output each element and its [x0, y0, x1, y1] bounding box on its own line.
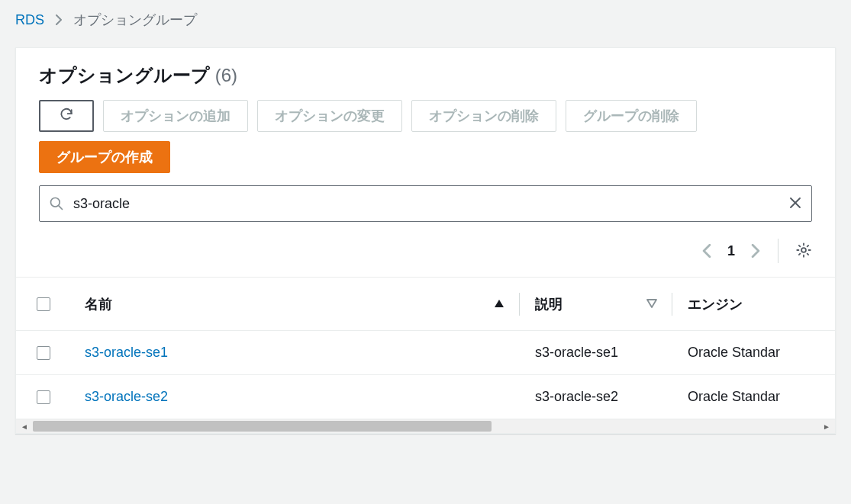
table-row: s3-oracle-se1 s3-oracle-se1 Oracle Stand… — [16, 331, 835, 375]
divider — [778, 239, 778, 263]
row-name-link[interactable]: s3-oracle-se1 — [85, 345, 168, 360]
chevron-right-icon — [55, 14, 63, 25]
table-header: 名前 説明 エンジン — [16, 278, 835, 331]
option-groups-table: 名前 説明 エンジン — [16, 277, 835, 419]
page-number: 1 — [727, 243, 735, 259]
settings-button[interactable] — [795, 242, 812, 261]
scroll-left-arrow[interactable]: ◄ — [18, 419, 31, 433]
row-checkbox[interactable] — [37, 390, 50, 404]
pager: 1 — [701, 243, 761, 259]
toolbar: オプションの追加 オプションの変更 オプションの削除 グループの削除 グループの… — [39, 100, 812, 173]
modify-option-button[interactable]: オプションの変更 — [257, 100, 402, 132]
page-title-text: オプショングループ — [39, 65, 210, 85]
row-description: s3-oracle-se1 — [520, 345, 672, 361]
row-engine: Oracle Standar — [672, 345, 835, 361]
add-option-button[interactable]: オプションの追加 — [103, 100, 248, 132]
sort-none-icon — [646, 296, 657, 312]
clear-search-button[interactable] — [788, 196, 802, 212]
next-page-button[interactable] — [750, 244, 761, 258]
column-name-label: 名前 — [85, 295, 112, 313]
search-bar — [39, 185, 812, 222]
column-name-header[interactable]: 名前 — [69, 289, 520, 319]
page-title-count: (6) — [215, 65, 237, 85]
breadcrumb-root-link[interactable]: RDS — [15, 12, 44, 28]
refresh-icon — [59, 107, 74, 126]
scroll-right-arrow[interactable]: ► — [820, 419, 833, 433]
select-all-header — [16, 289, 69, 319]
svg-point-4 — [801, 248, 806, 252]
search-icon — [49, 196, 64, 211]
create-group-button[interactable]: グループの作成 — [39, 141, 170, 173]
close-icon — [788, 196, 802, 212]
gear-icon — [795, 242, 812, 261]
row-description: s3-oracle-se2 — [520, 389, 672, 405]
delete-option-button[interactable]: オプションの削除 — [411, 100, 556, 132]
column-engine-header[interactable]: エンジン — [672, 289, 835, 319]
search-input[interactable] — [72, 195, 781, 213]
prev-page-button[interactable] — [701, 244, 712, 258]
breadcrumb-current: オプショングループ — [73, 11, 197, 29]
pager-row: 1 — [39, 234, 812, 277]
column-description-label: 説明 — [535, 295, 562, 313]
svg-line-1 — [59, 206, 63, 210]
option-groups-panel: オプショングループ (6) オプションの追加 オプションの変更 オプションの削除… — [15, 47, 836, 434]
table-row: s3-oracle-se2 s3-oracle-se2 Oracle Stand… — [16, 375, 835, 419]
row-engine: Oracle Standar — [672, 389, 835, 405]
scrollbar-thumb[interactable] — [33, 421, 492, 432]
refresh-button[interactable] — [39, 100, 94, 132]
row-name-link[interactable]: s3-oracle-se2 — [85, 389, 168, 404]
column-description-header[interactable]: 説明 — [520, 289, 672, 319]
page-title: オプショングループ (6) — [39, 63, 812, 88]
row-checkbox[interactable] — [37, 346, 50, 360]
sort-asc-icon — [494, 296, 504, 312]
select-all-checkbox[interactable] — [37, 297, 50, 311]
delete-group-button[interactable]: グループの削除 — [566, 100, 697, 132]
horizontal-scrollbar[interactable]: ◄ ► — [16, 419, 835, 433]
column-engine-label: エンジン — [688, 295, 743, 313]
breadcrumb: RDS オプショングループ — [0, 0, 851, 40]
